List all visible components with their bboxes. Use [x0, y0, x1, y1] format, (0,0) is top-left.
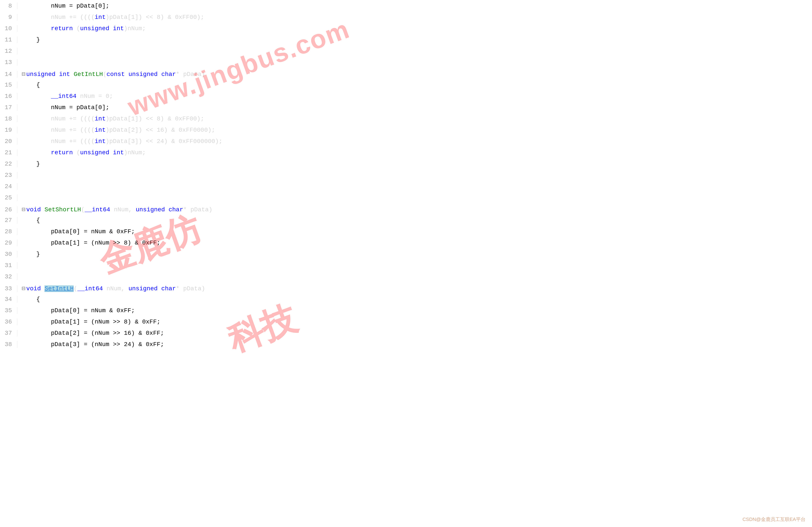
table-row: 18 nNum += ((((int)pData[1]) << 8) & 0xF…	[0, 115, 812, 126]
table-row: 10 return (unsigned int)nNum;	[0, 25, 812, 36]
watermark-bottom-right: CSDN@金鹿员工互联EA平台	[742, 516, 806, 523]
line-content: {	[17, 81, 812, 88]
line-number: 32	[0, 273, 17, 280]
table-row: 14 ⊟unsigned int GetIntLH(const unsigned…	[0, 70, 812, 81]
line-content	[17, 262, 812, 269]
line-content: ⊟void SetShortLH(__int64 nNum, unsigned …	[17, 206, 812, 213]
line-content	[17, 194, 812, 201]
line-number: 13	[0, 59, 17, 66]
code-area: 8 nNum = pData[0]; 9 nNum += ((((int)pDa…	[0, 0, 812, 354]
line-number: 38	[0, 341, 17, 348]
line-number: 11	[0, 36, 17, 43]
line-content: }	[17, 161, 812, 167]
table-row: 16 __int64 nNum = 0;	[0, 92, 812, 104]
line-number: 14	[0, 71, 17, 78]
line-number: 18	[0, 116, 17, 122]
line-content: nNum += ((((int)pData[2]) << 16) & 0xFF0…	[17, 127, 812, 133]
line-number: 35	[0, 307, 17, 314]
line-number: 26	[0, 206, 17, 213]
line-number: 16	[0, 93, 17, 100]
line-number: 34	[0, 296, 17, 303]
table-row: 9 nNum += ((((int)pData[1]) << 8) & 0xFF…	[0, 13, 812, 25]
line-number: 30	[0, 251, 17, 257]
line-number: 15	[0, 81, 17, 88]
line-number: 24	[0, 183, 17, 190]
table-row: 12	[0, 47, 812, 59]
line-content: }	[17, 36, 812, 43]
table-row: 11 }	[0, 36, 812, 47]
line-number: 27	[0, 217, 17, 224]
table-row: 21 return (unsigned int)nNum;	[0, 149, 812, 160]
line-number: 12	[0, 48, 17, 55]
line-number: 29	[0, 240, 17, 246]
line-content: nNum += ((((int)pData[1]) << 8) & 0xFF00…	[17, 14, 812, 20]
table-row: 26 ⊟void SetShortLH(__int64 nNum, unsign…	[0, 205, 812, 216]
line-content	[17, 183, 812, 190]
line-content	[17, 273, 812, 280]
table-row: 33 ⊟void SetIntLH(__int64 nNum, unsigned…	[0, 284, 812, 296]
line-content: pData[2] = (nNum >> 16) & 0xFF;	[17, 330, 812, 336]
line-number: 8	[0, 3, 17, 9]
line-number: 19	[0, 127, 17, 133]
table-row: 35 pData[0] = nNum & 0xFF;	[0, 307, 812, 318]
table-row: 27 {	[0, 216, 812, 228]
table-row: 29 pData[1] = (nNum >> 8) & 0xFF;	[0, 239, 812, 250]
line-number: 10	[0, 25, 17, 32]
table-row: 24	[0, 183, 812, 194]
table-row: 37 pData[2] = (nNum >> 16) & 0xFF;	[0, 329, 812, 341]
line-number: 36	[0, 318, 17, 325]
line-content: {	[17, 296, 812, 303]
line-content: return (unsigned int)nNum;	[17, 25, 812, 32]
line-content: ⊟void SetIntLH(__int64 nNum, unsigned ch…	[17, 285, 812, 292]
line-content: pData[3] = (nNum >> 24) & 0xFF;	[17, 341, 812, 348]
line-content: nNum = pData[0];	[17, 104, 812, 111]
table-row: 17 nNum = pData[0];	[0, 104, 812, 115]
table-row: 15 {	[0, 81, 812, 92]
table-row: 38 pData[3] = (nNum >> 24) & 0xFF;	[0, 341, 812, 352]
line-content: pData[1] = (nNum >> 8) & 0xFF;	[17, 318, 812, 325]
line-content: pData[1] = (nNum >> 8) & 0xFF;	[17, 240, 812, 246]
line-content: pData[0] = nNum & 0xFF;	[17, 307, 812, 314]
table-row: 31	[0, 262, 812, 273]
table-row: 19 nNum += ((((int)pData[2]) << 16) & 0x…	[0, 126, 812, 138]
table-row: 13	[0, 59, 812, 70]
table-row: 22 }	[0, 160, 812, 171]
line-content: nNum += ((((int)pData[3]) << 24) & 0xFF0…	[17, 138, 812, 145]
line-number: 28	[0, 228, 17, 235]
line-content: {	[17, 217, 812, 224]
line-content: nNum = pData[0];	[17, 3, 812, 9]
line-content: pData[0] = nNum & 0xFF;	[17, 228, 812, 235]
line-content: }	[17, 251, 812, 257]
line-content	[17, 172, 812, 179]
line-number: 22	[0, 161, 17, 167]
table-row: 25	[0, 194, 812, 205]
table-row: 30 }	[0, 250, 812, 262]
table-row: 34 {	[0, 296, 812, 307]
line-content	[17, 48, 812, 55]
line-content: ⊟unsigned int GetIntLH(const unsigned ch…	[17, 70, 812, 78]
line-number: 17	[0, 104, 17, 111]
code-editor: 8 nNum = pData[0]; 9 nNum += ((((int)pDa…	[0, 0, 812, 527]
table-row: 32	[0, 273, 812, 284]
line-content	[17, 59, 812, 66]
line-number: 23	[0, 172, 17, 179]
table-row: 28 pData[0] = nNum & 0xFF;	[0, 228, 812, 239]
line-number: 25	[0, 194, 17, 201]
line-number: 31	[0, 262, 17, 269]
table-row: 8 nNum = pData[0];	[0, 2, 812, 13]
line-number: 21	[0, 149, 17, 156]
line-number: 20	[0, 138, 17, 145]
table-row: 36 pData[1] = (nNum >> 8) & 0xFF;	[0, 318, 812, 329]
table-row: 23	[0, 171, 812, 183]
line-number: 9	[0, 14, 17, 20]
line-content: __int64 nNum = 0;	[17, 93, 812, 100]
line-number: 37	[0, 330, 17, 336]
line-number: 33	[0, 285, 17, 292]
table-row: 20 nNum += ((((int)pData[3]) << 24) & 0x…	[0, 138, 812, 149]
line-content: return (unsigned int)nNum;	[17, 149, 812, 156]
line-content: nNum += ((((int)pData[1]) << 8) & 0xFF00…	[17, 116, 812, 122]
